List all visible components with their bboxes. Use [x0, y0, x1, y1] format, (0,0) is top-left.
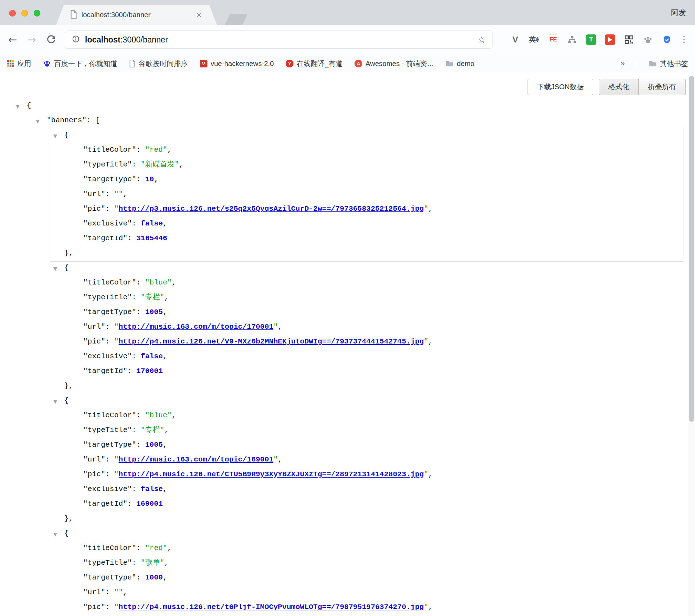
profile-name[interactable]: 阿发	[671, 8, 686, 18]
json-colon: :	[136, 441, 145, 449]
bookmark-vue-hackernews[interactable]: V vue-hackernews-2.0	[200, 60, 274, 68]
view-mode-segment: 格式化 折叠所有	[599, 79, 686, 95]
json-line: "url": "",	[0, 585, 686, 600]
baidu-paw-icon	[43, 60, 51, 67]
browser-tab[interactable]: localhost:3000/banner ×	[56, 5, 217, 25]
bookmark-google-sort[interactable]: 谷歌按时间排序	[129, 59, 188, 68]
json-quote: "	[273, 456, 278, 464]
collapse-triangle-icon[interactable]: ▼	[53, 527, 57, 542]
download-json-button[interactable]: 下载JSON数据	[528, 79, 593, 95]
back-button[interactable]: ←	[7, 34, 18, 45]
json-url-link[interactable]: http://p4.music.126.net/tGPljf-IMOCyPvum…	[119, 603, 424, 611]
collapse-triangle-icon[interactable]: ▼	[53, 129, 57, 143]
collapse-triangle-icon[interactable]: ▼	[36, 114, 40, 129]
forward-arrow-icon: →	[27, 34, 36, 45]
json-line: ▼{	[0, 128, 686, 143]
extension-toolbar: V 英 FE T	[509, 33, 673, 46]
json-line: "targetType": 1000,	[0, 570, 686, 585]
json-colon: :	[105, 470, 114, 478]
translate-extension-icon[interactable]: 英	[528, 33, 541, 46]
json-colon: :	[132, 352, 141, 360]
json-line: "pic": "http://p4.music.126.net/tGPljf-I…	[0, 600, 686, 615]
page-scrollbar[interactable]	[688, 73, 695, 616]
json-line: "titleColor": "red",	[0, 143, 686, 157]
tab-title: localhost:3000/banner	[81, 11, 197, 19]
bookmark-star-icon[interactable]: ☆	[478, 34, 486, 45]
scrollbar-thumb[interactable]	[689, 76, 694, 422]
orgchart-extension-icon[interactable]	[566, 33, 578, 46]
json-quote: "	[273, 323, 278, 331]
json-url-link[interactable]: http://p4.music.126.net/CTU5B9R9y3XyYBZX…	[119, 470, 424, 478]
json-line: "pic": "http://p4.music.126.net/V9-MXz6b…	[0, 334, 686, 349]
bookmark-folder-demo[interactable]: demo	[446, 60, 474, 68]
json-comma: ,	[164, 293, 169, 301]
json-key: "exclusive"	[83, 485, 132, 493]
json-url-link[interactable]: http://p3.music.126.net/s25q2x5QyqsAzilC…	[119, 205, 424, 213]
json-colon: :	[136, 574, 145, 582]
bookmark-awesomes[interactable]: A Awesomes - 前端资…	[355, 59, 434, 68]
other-bookmarks[interactable]: 其他书签	[649, 59, 688, 68]
json-quote: "	[424, 205, 428, 213]
video-extension-icon[interactable]	[604, 33, 616, 46]
json-key: "typeTitle"	[83, 559, 132, 567]
json-line: },	[0, 511, 686, 526]
vimium-extension-icon[interactable]: V	[509, 33, 522, 46]
reload-button[interactable]	[46, 34, 57, 45]
url-path: :3000/banner	[120, 35, 168, 44]
bookmark-baidu[interactable]: 百度一下，你就知道	[43, 59, 117, 68]
json-quote: "	[114, 456, 119, 464]
qrcode-extension-icon[interactable]	[623, 33, 635, 46]
window-close-button[interactable]	[9, 10, 16, 17]
json-quote: "	[114, 205, 119, 213]
collapse-triangle-icon[interactable]: ▼	[16, 99, 20, 114]
window-minimize-button[interactable]	[21, 10, 28, 17]
json-url-link[interactable]: http://music.163.com/m/topic/169001	[119, 456, 273, 464]
url-bar[interactable]: localhost:3000/banner ☆	[65, 31, 492, 49]
collapse-triangle-icon[interactable]: ▼	[53, 261, 57, 276]
json-url-link[interactable]: http://music.163.com/m/topic/170001	[119, 323, 273, 331]
json-key: "targetType"	[83, 574, 136, 582]
forward-button[interactable]: →	[26, 34, 37, 45]
bookmark-apps[interactable]: 应用	[7, 59, 31, 68]
json-line: "targetId": 3165446	[0, 231, 686, 246]
json-object: ▼{"titleColor": "blue","typeTitle": "专栏"…	[0, 393, 686, 526]
tab-close-icon[interactable]: ×	[197, 11, 201, 19]
json-key: "titleColor"	[83, 544, 136, 552]
json-line: "typeTitle": "歌单",	[0, 556, 686, 570]
json-line: ▼{	[0, 526, 686, 541]
json-comma: ,	[428, 205, 433, 213]
format-button[interactable]: 格式化	[599, 79, 639, 95]
json-comma: ,	[123, 190, 127, 198]
collapse-all-button[interactable]: 折叠所有	[639, 79, 686, 95]
window-zoom-button[interactable]	[34, 10, 40, 17]
json-comma: ,	[179, 160, 184, 169]
json-url-link[interactable]: http://p4.music.126.net/V9-MXz6b2MNhEKju…	[119, 338, 424, 346]
json-key: "exclusive"	[83, 352, 132, 360]
json-key: "pic"	[83, 205, 105, 213]
json-quote: "	[114, 603, 119, 611]
json-comma: ,	[163, 219, 167, 228]
json-colon: :	[105, 323, 114, 331]
tampermonkey-extension-icon[interactable]: T	[585, 33, 597, 46]
json-quote: "	[424, 470, 428, 478]
tab-favicon-icon	[70, 10, 77, 20]
json-line: },	[0, 246, 686, 261]
json-key: "url"	[83, 323, 105, 331]
json-line: "url": "http://music.163.com/m/topic/170…	[0, 320, 686, 334]
youdao-y-icon: Y	[286, 60, 293, 67]
page-info-icon[interactable]	[72, 35, 80, 45]
window-controls	[9, 10, 40, 17]
json-key: "typeTitle"	[83, 293, 132, 301]
bookmarks-overflow-chevron[interactable]: »	[621, 59, 625, 68]
json-line: ▼{	[0, 393, 686, 408]
json-comma: ,	[164, 426, 169, 434]
collapse-triangle-icon[interactable]: ▼	[53, 394, 57, 409]
paw-extension-icon[interactable]	[642, 33, 654, 46]
json-line: ▼"banners": [	[0, 113, 686, 128]
shield-extension-icon[interactable]	[661, 33, 673, 46]
bookmark-youdao[interactable]: Y 在线翻译_有道	[286, 59, 343, 68]
fe-extension-icon[interactable]: FE	[547, 33, 560, 46]
new-tab-button[interactable]	[225, 14, 248, 25]
browser-menu-icon[interactable]: ⋮	[680, 34, 689, 45]
json-comma: ,	[167, 146, 172, 154]
